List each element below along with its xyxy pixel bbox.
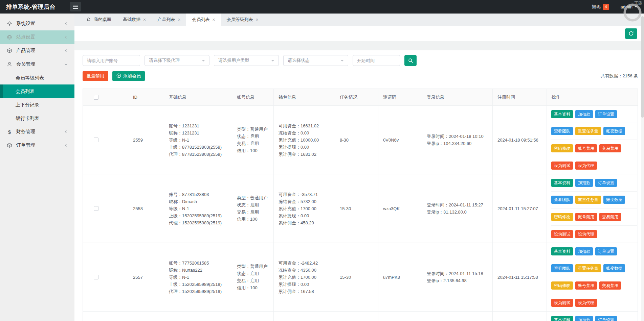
sidebar-item-finance-management[interactable]: $ 财务管理: [0, 125, 74, 139]
chevron-left-icon: [64, 48, 68, 53]
cell-wallet-info: [274, 312, 335, 321]
row-action-button[interactable]: 设为代理: [575, 162, 597, 170]
row-action-button[interactable]: 账变数据: [603, 196, 625, 204]
search-button[interactable]: [404, 55, 417, 66]
tab-product-list[interactable]: 产品列表 ×: [152, 14, 186, 26]
sidebar-item-member-level-list[interactable]: 会员等级列表: [0, 71, 74, 84]
sidebar-item-system-settings[interactable]: 系统设置: [0, 17, 74, 30]
row-action-button[interactable]: 基本资料: [551, 316, 573, 321]
total-count-text: 共有数据：2156 条: [600, 73, 638, 79]
row-action-button[interactable]: 订单设置: [595, 247, 617, 255]
row-action-button[interactable]: 设为测试: [551, 162, 573, 170]
info-line: 代理：15202595989(2519): [169, 288, 222, 295]
row-action-button[interactable]: 查看团队: [551, 196, 573, 204]
row-action-button[interactable]: 重置任务量: [575, 196, 601, 204]
tab-member-level-list[interactable]: 会员等级列表 ×: [221, 14, 264, 26]
row-action-button[interactable]: 交易禁用: [599, 144, 621, 152]
tab-member-list[interactable]: 会员列表 ×: [186, 14, 221, 26]
info-block: 可用资金：-3573.71冻结资金：5732.00累计充值：1700.00累计提…: [279, 191, 318, 226]
row-action-button[interactable]: 基本资料: [551, 179, 573, 187]
row-action-button[interactable]: 密码修改: [551, 213, 573, 221]
close-icon[interactable]: ×: [212, 17, 215, 22]
info-line: 账号：1231231: [169, 122, 222, 129]
user-menu[interactable]: admin: [621, 4, 632, 9]
status-select[interactable]: 请选择状态: [283, 55, 348, 66]
info-line: 累计提现：0.00: [279, 212, 318, 219]
select-all-checkbox[interactable]: [94, 95, 98, 100]
column-header-register-time: 注册时间: [493, 89, 547, 105]
row-action-button[interactable]: 设为代理: [575, 230, 597, 238]
info-line: 上级：87781523803(2558): [169, 144, 222, 151]
row-action-button[interactable]: 设为代理: [575, 299, 597, 307]
close-icon[interactable]: ×: [143, 17, 146, 22]
row-action-button[interactable]: 设为测试: [551, 230, 573, 238]
row-action-button[interactable]: 密码修改: [551, 281, 573, 290]
spacer-cell: [109, 312, 128, 321]
info-line: 登录ip：2.135.64.98: [427, 277, 483, 284]
action-group: 基本资料加扣款订单设置: [551, 312, 637, 321]
cell-invite-code: [378, 312, 422, 321]
row-action-button[interactable]: 交易禁用: [599, 281, 621, 290]
cell-actions: 基本资料加扣款订单设置查看团队重置任务量账变数据密码修改账号禁用交易禁用设为测试…: [547, 106, 638, 174]
user-type-select[interactable]: 请选择用户类型: [214, 55, 279, 66]
sidebar-item-order-management[interactable]: 订单管理: [0, 139, 74, 152]
row-action-button[interactable]: 设为测试: [551, 299, 573, 307]
row-action-button[interactable]: 账变数据: [603, 127, 625, 135]
withdraw-link[interactable]: 提现: [592, 4, 601, 10]
close-icon[interactable]: ×: [178, 17, 180, 22]
row-checkbox[interactable]: [94, 206, 98, 211]
add-member-button[interactable]: 添加会员: [112, 71, 145, 81]
refresh-button[interactable]: [625, 28, 637, 39]
info-line: 等级：N-1: [169, 205, 222, 212]
row-action-button[interactable]: 加扣款: [575, 316, 593, 321]
tab-my-desktop[interactable]: 我的桌面: [81, 14, 117, 26]
user-icon: [7, 61, 12, 67]
row-action-button[interactable]: 交易禁用: [599, 213, 621, 221]
gear-icon: [7, 21, 12, 26]
tab-label: 基础数据: [123, 17, 140, 23]
tab-basic-data[interactable]: 基础数据 ×: [117, 14, 152, 26]
row-action-button[interactable]: 订单设置: [595, 316, 617, 321]
row-action-button[interactable]: 账号禁用: [575, 213, 597, 221]
info-line: 等级：N-1: [169, 274, 222, 281]
info-line: 冻结资金：5732.00: [279, 198, 318, 205]
row-action-button[interactable]: 查看团队: [551, 264, 573, 272]
row-action-button[interactable]: 加扣款: [575, 110, 593, 118]
row-action-button[interactable]: 订单设置: [595, 179, 617, 187]
agent-select[interactable]: 请选择下级代理: [145, 55, 209, 66]
sidebar-item-member-management[interactable]: 会员管理: [0, 57, 74, 71]
cell-id: 2557: [128, 243, 164, 311]
filter-bar: 请选择下级代理 请选择用户类型 请选择状态: [83, 55, 638, 66]
info-line: 登录时间：2024-01-11 15:18: [427, 270, 483, 277]
scrollbar-thumb[interactable]: [641, 16, 644, 118]
sidebar-toggle-button[interactable]: [70, 2, 81, 11]
sidebar-item-product-management[interactable]: 产品管理: [0, 44, 74, 57]
row-action-button[interactable]: 账变数据: [603, 264, 625, 272]
start-time-input[interactable]: [353, 55, 400, 66]
cube-icon: [7, 143, 12, 148]
row-checkbox[interactable]: [94, 138, 98, 142]
row-action-button[interactable]: 查看团队: [551, 127, 573, 135]
row-checkbox[interactable]: [94, 275, 98, 279]
row-action-button[interactable]: 密码修改: [551, 144, 573, 152]
page-scrollbar[interactable]: [641, 14, 644, 321]
sidebar-item-points-record[interactable]: 上下分记录: [0, 98, 74, 112]
sidebar-item-bank-card-list[interactable]: 银行卡列表: [0, 112, 74, 125]
row-action-button[interactable]: 订单设置: [595, 110, 617, 118]
row-action-button[interactable]: 加扣款: [575, 247, 593, 255]
row-action-button[interactable]: 基本资料: [551, 110, 573, 118]
row-action-button[interactable]: 账号禁用: [575, 144, 597, 152]
close-icon[interactable]: ×: [256, 17, 259, 22]
sidebar-item-member-list[interactable]: 会员列表: [0, 84, 74, 98]
account-search-input[interactable]: [83, 55, 140, 66]
row-action-button[interactable]: 重置任务量: [575, 127, 601, 135]
cell-id: [128, 312, 164, 321]
sidebar-item-site-settings[interactable]: 站点设置: [0, 30, 74, 44]
row-action-button[interactable]: 加扣款: [575, 179, 593, 187]
row-action-button[interactable]: 账号禁用: [575, 281, 597, 290]
row-action-button[interactable]: 基本资料: [551, 247, 573, 255]
row-action-button[interactable]: 重置任务量: [575, 264, 601, 272]
cell-basic-info: 账号：87781523803昵称：Dimash等级：N-1上级：15202595…: [164, 174, 232, 243]
batch-disable-button[interactable]: 批量禁用: [83, 71, 108, 81]
info-block: 类型：普通用户状态：启用交易：启用信用：100: [237, 126, 268, 154]
